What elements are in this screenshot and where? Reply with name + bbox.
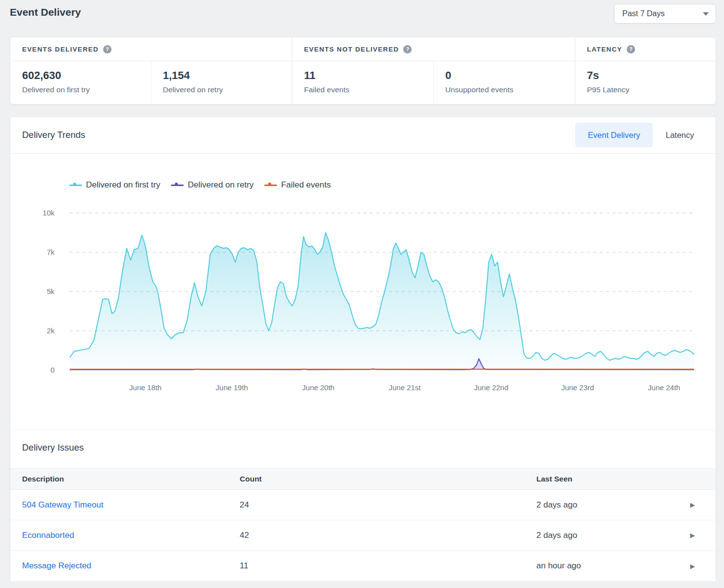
x-tick-label: June 24th — [632, 383, 696, 392]
help-icon[interactable]: ? — [403, 45, 412, 53]
stat-failed-events: 11 Failed events — [292, 61, 434, 104]
chevron-right-icon[interactable]: ▶ — [690, 501, 695, 508]
x-tick-label: June 19th — [200, 383, 264, 392]
delivery-trends-chart: Delivered on first try Delivered on retr… — [10, 154, 716, 429]
x-tick-label: June 20th — [286, 383, 350, 392]
stat-group-latency: LATENCY ? 7s P95 Latency — [575, 37, 716, 104]
stat-group-events-delivered: EVENTS DELIVERED ? 602,630 Delivered on … — [10, 37, 292, 104]
line-marker-icon — [264, 182, 277, 188]
stat-group-events-not-delivered: EVENTS NOT DELIVERED ? 11 Failed events … — [292, 37, 575, 104]
issue-count: 11 — [228, 561, 525, 571]
y-tick-label: 2k — [25, 326, 55, 335]
issue-row-econnaborted[interactable]: Econnaborted 42 2 days ago ▶ — [10, 520, 716, 551]
stat-group-header: EVENTS DELIVERED ? — [10, 37, 292, 61]
stat-value: 0 — [446, 69, 575, 82]
stat-group-label: EVENTS DELIVERED — [22, 46, 99, 53]
chevron-right-icon[interactable]: ▶ — [690, 532, 695, 539]
stat-label: Unsupported events — [446, 85, 575, 94]
issue-link[interactable]: Econnaborted — [22, 531, 74, 540]
y-tick-label: 0 — [25, 366, 55, 374]
x-tick-label: June 21st — [373, 383, 437, 392]
issue-link[interactable]: 504 Gateway Timeout — [22, 500, 103, 509]
legend-delivered-first-try[interactable]: Delivered on first try — [69, 180, 160, 190]
legend-label: Delivered on first try — [86, 180, 160, 190]
chevron-down-icon — [703, 12, 709, 16]
tab-event-delivery[interactable]: Event Delivery — [575, 123, 653, 147]
section-title: Delivery Trends — [22, 130, 85, 140]
stat-delivered-first-try: 602,630 Delivered on first try — [10, 61, 151, 104]
stat-label: Failed events — [304, 85, 433, 94]
stat-value: 602,630 — [22, 69, 151, 82]
issue-last-seen: 2 days ago — [525, 500, 672, 510]
issue-last-seen: 2 days ago — [525, 531, 672, 540]
stat-label: Delivered on retry — [163, 85, 292, 94]
stat-group-header: EVENTS NOT DELIVERED ? — [292, 37, 575, 61]
issue-last-seen: an hour ago — [525, 561, 672, 571]
y-tick-label: 5k — [25, 287, 55, 295]
col-count: Count — [228, 475, 525, 483]
x-tick-label: June 22nd — [459, 383, 523, 392]
y-tick-label: 10k — [25, 209, 55, 217]
stat-p95-latency: 7s P95 Latency — [575, 61, 716, 104]
chevron-right-icon[interactable]: ▶ — [690, 562, 695, 570]
trends-tabs: Event Delivery Latency — [575, 123, 707, 147]
x-tick-label: June 18th — [113, 383, 177, 392]
delivery-trends-card: Delivery Trends Event Delivery Latency D… — [10, 116, 716, 580]
help-icon[interactable]: ? — [627, 45, 635, 53]
col-description: Description — [10, 475, 228, 483]
stat-value: 1,154 — [163, 69, 292, 82]
page-title: Event Delivery — [10, 6, 81, 18]
line-marker-icon — [171, 182, 184, 188]
stat-group-header: LATENCY ? — [575, 37, 716, 61]
event-delivery-page: Event Delivery Past 7 Days EVENTS DELIVE… — [0, 0, 724, 588]
date-range-value: Past 7 Days — [622, 9, 665, 18]
stat-value: 11 — [304, 69, 433, 82]
delivery-trends-header: Delivery Trends Event Delivery Latency — [10, 117, 716, 154]
issues-table-header: Description Count Last Seen — [10, 468, 716, 490]
delivery-issues-section: Delivery Issues Description Count Last S… — [10, 429, 716, 581]
issue-link[interactable]: Message Rejected — [22, 561, 91, 570]
stat-label: P95 Latency — [587, 85, 716, 94]
trend-area-chart-svg — [70, 209, 694, 374]
legend-failed-events[interactable]: Failed events — [264, 180, 331, 190]
col-last-seen: Last Seen — [525, 475, 672, 483]
chart-legend: Delivered on first try Delivered on retr… — [69, 180, 341, 190]
legend-label: Delivered on retry — [188, 180, 253, 190]
stat-label: Delivered on first try — [22, 85, 151, 94]
stat-delivered-retry: 1,154 Delivered on retry — [151, 61, 292, 104]
y-tick-label: 7k — [25, 248, 55, 256]
stat-unsupported-events: 0 Unsupported events — [434, 61, 575, 104]
issues-title: Delivery Issues — [10, 429, 716, 455]
stat-value: 7s — [587, 69, 716, 82]
stat-group-label: EVENTS NOT DELIVERED — [304, 46, 399, 53]
help-icon[interactable]: ? — [103, 45, 111, 53]
line-marker-icon — [69, 182, 82, 188]
tab-latency[interactable]: Latency — [653, 123, 707, 147]
issue-row-message-rejected[interactable]: Message Rejected 11 an hour ago ▶ — [10, 551, 716, 581]
issue-row-504-gateway-timeout[interactable]: 504 Gateway Timeout 24 2 days ago ▶ — [10, 490, 716, 520]
x-tick-label: June 23rd — [546, 383, 610, 392]
issue-count: 24 — [228, 500, 525, 510]
stats-summary-card: EVENTS DELIVERED ? 602,630 Delivered on … — [10, 37, 716, 105]
issue-count: 42 — [228, 531, 525, 540]
stat-group-label: LATENCY — [587, 46, 622, 53]
legend-delivered-retry[interactable]: Delivered on retry — [171, 180, 253, 190]
date-range-dropdown[interactable]: Past 7 Days — [614, 4, 716, 24]
legend-label: Failed events — [281, 180, 331, 190]
